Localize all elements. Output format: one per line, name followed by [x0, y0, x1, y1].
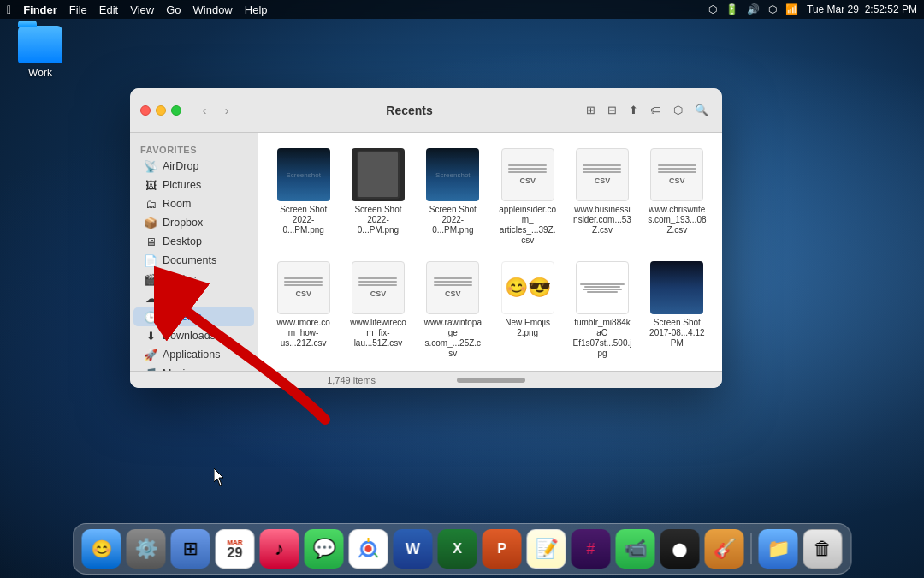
menubar-right: ⬡ 🔋 🔊 ⬡ 📶 Tue Mar 29 2:52:52 PM — [708, 3, 917, 15]
minimize-button[interactable] — [156, 105, 166, 116]
close-button[interactable] — [140, 105, 151, 116]
back-button[interactable]: ‹ — [195, 101, 214, 120]
view-icon-grid[interactable]: ⊞ — [583, 102, 599, 118]
dock-app-powerpoint[interactable]: P — [483, 529, 522, 569]
bluetooth-icon[interactable]: ⬡ — [768, 3, 777, 15]
menubar-help[interactable]: Help — [245, 3, 268, 16]
file-name: www.imore.com_how-us...21Z.csv — [274, 318, 334, 349]
file-item[interactable]: Screen Shot 2017-08...4.12 PM — [643, 256, 712, 364]
dock-app-word[interactable]: W — [394, 529, 433, 569]
sidebar-item-downloads[interactable]: ⬇ Downloads — [133, 326, 254, 345]
dock-app-garageband[interactable]: 🎸 — [705, 529, 744, 569]
view-icon-large[interactable]: ⊟ — [604, 102, 620, 118]
files-icon: 📁 — [767, 538, 790, 560]
menubar-view[interactable]: View — [130, 3, 154, 16]
apple-menu[interactable]:  — [7, 3, 11, 16]
dock-app-slack[interactable]: # — [572, 529, 611, 569]
file-item[interactable]: CSV www.lifewirecom_fix-lau...51Z.csv — [343, 256, 412, 364]
sidebar-item-dropbox[interactable]: 📦 Dropbox — [133, 213, 254, 232]
menubar-edit[interactable]: Edit — [99, 3, 118, 16]
folder-icon — [18, 26, 62, 63]
launchpad-icon: ⊞ — [183, 538, 198, 560]
obs-icon: ⬤ — [672, 541, 688, 557]
file-item[interactable]: Screenshot Screen Shot 2022-0...PM.png — [269, 143, 338, 251]
file-name: Screen Shot 2022-0...PM.png — [348, 205, 408, 235]
file-item[interactable]: CSV appleinsider.com_ articles_...39Z.cs… — [493, 143, 562, 251]
tag-icon[interactable]: 🏷 — [647, 102, 665, 118]
sidebar-item-airdrop[interactable]: 📡 AirDrop — [133, 157, 254, 176]
forward-button[interactable]: › — [217, 101, 236, 120]
excel-icon: X — [453, 541, 462, 557]
sidebar-item-applications[interactable]: 🚀 Applications — [133, 345, 254, 364]
dropbox-icon[interactable]: ⬡ — [670, 102, 686, 118]
dock-app-chrome[interactable] — [349, 529, 388, 569]
dock-app-obs[interactable]: ⬤ — [660, 529, 700, 569]
sidebar-item-ray[interactable]: ☁ Ray — [133, 289, 254, 307]
sidebar-item-pictures[interactable]: 🖼 Pictures — [133, 176, 254, 194]
file-item[interactable]: Screen Shot 2022-0...PM.png — [343, 143, 412, 251]
sidebar: Favorites 📡 AirDrop 🖼 Pictures 🗂 Room 📦 … — [130, 133, 258, 371]
dock-app-files[interactable]: 📁 — [759, 529, 798, 569]
menubar-file[interactable]: File — [69, 3, 87, 16]
music-dock-icon: ♪ — [275, 538, 284, 560]
wifi-icon[interactable]: 📶 — [785, 3, 798, 15]
sidebar-item-desktop[interactable]: 🖥 Desktop — [133, 232, 254, 251]
menubar-app-name[interactable]: Finder — [23, 3, 57, 16]
sidebar-item-recents[interactable]: 🕒 Recents — [133, 307, 254, 326]
volume-icon[interactable]: 🔊 — [747, 3, 760, 15]
file-thumbnail: CSV — [576, 148, 629, 201]
file-thumbnail: CSV — [352, 261, 405, 314]
file-thumbnail: 😊😎 — [501, 261, 554, 314]
dock-app-notes[interactable]: 📝 — [527, 529, 566, 569]
file-item[interactable]: CSV www.chriswrites.com_193...08Z.csv — [643, 143, 712, 251]
maximize-button[interactable] — [171, 105, 181, 116]
applications-icon: 🚀 — [144, 348, 157, 361]
finder-icon: 😊 — [91, 539, 112, 559]
scrollbar-thumb[interactable] — [457, 378, 525, 383]
slack-icon: # — [586, 540, 595, 558]
dock-app-launchpad[interactable]: ⊞ — [171, 529, 210, 569]
messages-icon: 💬 — [312, 538, 335, 560]
file-item[interactable]: Screenshot Screen Shot 2022-0...PM.png — [418, 143, 488, 251]
file-item[interactable]: CSV www.imore.com_how-us...21Z.csv — [269, 256, 338, 364]
dock-separator — [751, 533, 752, 564]
dock-app-facetime[interactable]: 📹 — [616, 529, 655, 569]
desktop-icon: 🖥 — [144, 235, 157, 248]
dock-trash[interactable]: 🗑 — [803, 529, 843, 569]
pictures-icon: 🖼 — [144, 178, 157, 192]
share-icon[interactable]: ⬆ — [625, 102, 642, 118]
file-item[interactable]: tumblr_mi884kaO Ef1s07st...500.jpg — [567, 256, 637, 364]
downloads-icon: ⬇ — [144, 329, 157, 343]
dock-app-excel[interactable]: X — [438, 529, 477, 569]
dock-app-calendar[interactable]: MAR 29 — [216, 529, 255, 569]
battery-icon[interactable]: 🔋 — [726, 3, 738, 15]
menubar-window[interactable]: Window — [193, 3, 233, 16]
file-item[interactable]: 😊😎 New Emojis 2.png — [493, 256, 562, 364]
toolbar-actions: ⊞ ⊟ ⬆ 🏷 ⬡ 🔍 — [583, 102, 712, 118]
window-toolbar: ‹ › Recents ⊞ ⊟ ⬆ 🏷 ⬡ 🔍 — [130, 88, 722, 133]
sidebar-item-room[interactable]: 🗂 Room — [133, 194, 254, 213]
traffic-lights — [140, 105, 181, 116]
dock-app-finder[interactable]: 😊 — [82, 529, 121, 569]
dock-app-music[interactable]: ♪ — [260, 529, 299, 569]
sidebar-item-documents[interactable]: 📄 Documents — [133, 251, 254, 270]
airdrop-icon: 📡 — [144, 159, 157, 173]
file-thumbnail: CSV — [650, 148, 703, 201]
file-thumbnail — [576, 261, 629, 314]
file-item[interactable]: CSV www.rawinfopage s.com_...25Z.csv — [418, 256, 488, 364]
file-item[interactable]: CSV www.businessinsider.com...53Z.csv — [567, 143, 637, 251]
sidebar-label-documents: Documents — [163, 254, 216, 266]
datetime: Tue Mar 29 2:52:52 PM — [807, 3, 917, 15]
search-icon[interactable]: 🔍 — [691, 102, 712, 118]
sidebar-label-ray: Ray — [163, 292, 181, 304]
sidebar-label-dropbox: Dropbox — [163, 217, 203, 229]
dock-app-messages[interactable]: 💬 — [305, 529, 344, 569]
room-icon: 🗂 — [144, 197, 157, 211]
trash-icon: 🗑 — [814, 538, 832, 560]
desktop-folder-work[interactable]: Work — [10, 26, 70, 79]
sidebar-item-movies[interactable]: 🎬 Movies — [133, 270, 254, 289]
sidebar-item-music[interactable]: 🎵 Music — [133, 364, 254, 371]
dropbox-menubar-icon[interactable]: ⬡ — [708, 3, 717, 15]
menubar-go[interactable]: Go — [166, 3, 181, 16]
dock-app-settings[interactable]: ⚙️ — [127, 529, 166, 569]
